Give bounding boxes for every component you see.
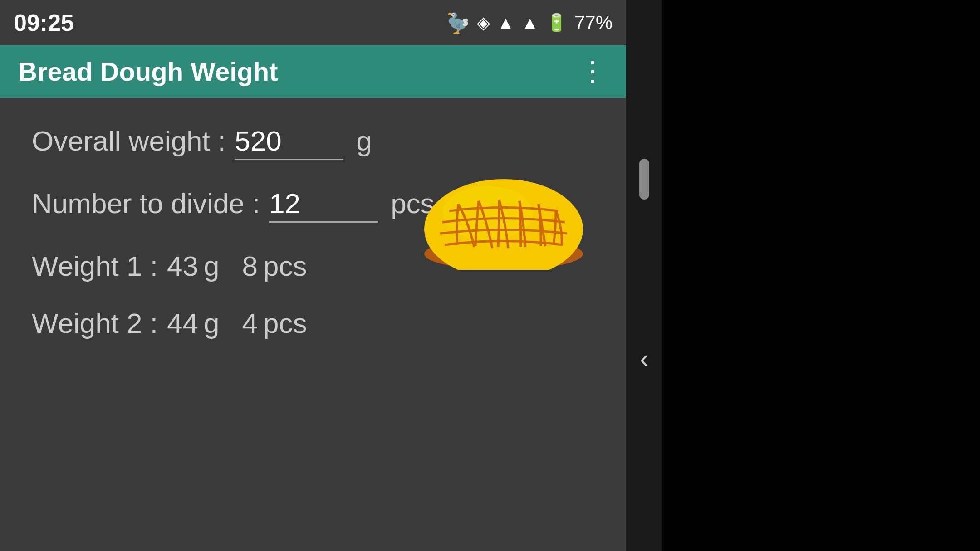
weight2-value: 44	[167, 307, 198, 339]
weight2-unit-g: g	[204, 307, 219, 339]
wifi-icon: ◈	[477, 13, 490, 33]
number-to-divide-label: Number to divide :	[32, 187, 260, 219]
overall-weight-input[interactable]	[235, 125, 343, 160]
status-bar: 09:25 🦤 ◈ ▲ ▲ 🔋 77%	[0, 0, 626, 45]
menu-button[interactable]: ⋮	[579, 58, 608, 85]
app-title: Bread Dough Weight	[18, 56, 278, 87]
notification-icon: 🦤	[446, 12, 470, 34]
scroll-thumb[interactable]	[639, 159, 649, 200]
weight1-value: 43	[167, 250, 198, 282]
weight1-label: Weight 1 :	[32, 250, 158, 282]
status-time: 09:25	[14, 9, 74, 36]
status-icons: 🦤 ◈ ▲ ▲ 🔋 77%	[446, 12, 612, 34]
signal-icon-2: ▲	[521, 13, 539, 33]
black-right-area	[662, 0, 980, 551]
phone-area: 09:25 🦤 ◈ ▲ ▲ 🔋 77% Bread Dough Weight ⋮…	[0, 0, 626, 551]
overall-weight-unit: g	[356, 125, 372, 157]
bread-illustration	[408, 134, 599, 279]
overall-weight-label: Overall weight :	[32, 125, 225, 157]
signal-icon: ▲	[497, 13, 514, 33]
weight2-label: Weight 2 :	[32, 307, 158, 339]
battery-icon: 🔋	[546, 13, 567, 33]
app-bar: Bread Dough Weight ⋮	[0, 45, 626, 98]
right-side-panel: ‹	[626, 0, 662, 551]
weight2-row: Weight 2 : 44 g 4 pcs	[32, 307, 594, 339]
weight1-unit-g: g	[204, 250, 219, 282]
main-content: Overall weight : g Number to divide : pc…	[0, 98, 626, 551]
weight1-pcs-value: 8	[242, 250, 257, 282]
battery-percent: 77%	[574, 12, 612, 34]
weight2-pcs-value: 4	[242, 307, 257, 339]
chevron-back-icon[interactable]: ‹	[640, 343, 649, 374]
weight1-unit-pcs: pcs	[263, 250, 307, 282]
number-to-divide-input[interactable]	[269, 187, 378, 223]
weight2-unit-pcs: pcs	[263, 307, 307, 339]
